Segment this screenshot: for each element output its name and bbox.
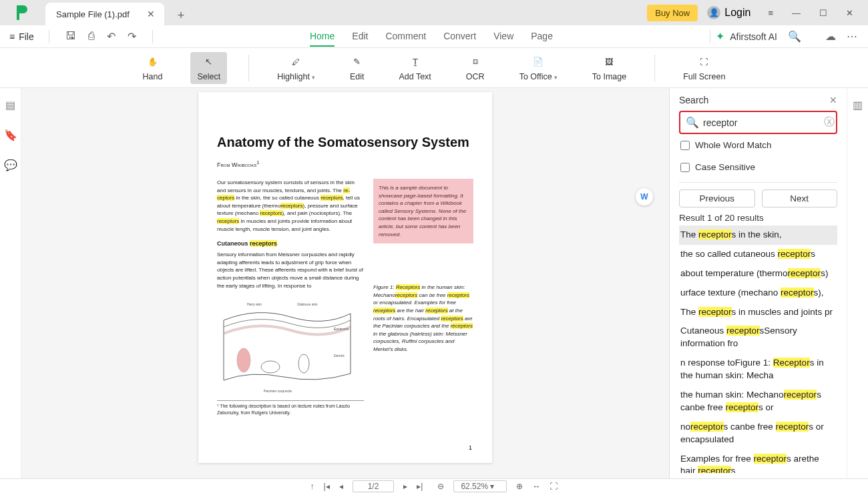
page-number: 1 xyxy=(469,444,472,451)
close-tab-icon[interactable]: ✕ xyxy=(147,9,155,19)
whole-word-input[interactable] xyxy=(680,141,690,150)
redo-icon[interactable]: ↷ xyxy=(128,30,136,43)
case-sensitive-label: Case Sensitive xyxy=(695,162,755,172)
search-nav-buttons: Previous Next xyxy=(679,189,837,207)
tab-convert[interactable]: Convert xyxy=(443,27,476,47)
cloud-icon[interactable]: ☁ xyxy=(825,30,836,43)
to-image-tool[interactable]: 🖼 To Image xyxy=(586,52,633,84)
search-icon[interactable]: 🔍 xyxy=(783,30,807,43)
login-button[interactable]: 👤 Login xyxy=(700,3,757,22)
scroll-up-icon[interactable]: ↑ xyxy=(310,482,314,491)
main-area: ▤ 🔖 💬 W Anatomy of the Somatosensory Sys… xyxy=(0,88,868,478)
search-result-item[interactable]: Examples for free receptors arethe hair … xyxy=(679,450,837,473)
fit-width-icon[interactable]: ↔ xyxy=(532,482,540,491)
edit-tool[interactable]: ✎ Edit xyxy=(343,52,371,84)
save-icon[interactable]: 🖫 xyxy=(65,30,76,43)
search-result-item[interactable]: noreceptors canbe free receptors or enca… xyxy=(679,418,837,450)
search-input[interactable] xyxy=(703,117,820,128)
tool-label: Highlight▾ xyxy=(277,72,315,81)
search-panel: Search ✕ 🔍 ⓧ Whole Word Match Case Sensi… xyxy=(669,88,847,478)
fit-page-icon[interactable]: ⛶ xyxy=(550,482,558,491)
whole-word-label: Whole Word Match xyxy=(695,140,772,150)
ai-area: ✦ Afirstsoft AI 🔍 xyxy=(716,30,815,43)
tool-label: Full Screen xyxy=(683,72,725,81)
full-screen-tool[interactable]: ⛶ Full Screen xyxy=(676,52,732,84)
login-label: Login xyxy=(724,7,750,19)
comments-icon[interactable]: 💬 xyxy=(4,159,17,171)
search-result-item[interactable]: Cutaneous receptorsSensory information f… xyxy=(679,322,837,354)
divider xyxy=(710,30,710,43)
search-result-item[interactable]: The receptors in muscles and joints pr xyxy=(679,303,837,322)
ai-button[interactable]: Afirstsoft AI xyxy=(730,31,777,42)
document-viewport[interactable]: W Anatomy of the Somatosensory System Fr… xyxy=(21,88,669,478)
tab-edit[interactable]: Edit xyxy=(352,27,368,47)
tool-label: To Image xyxy=(592,72,626,81)
to-office-tool[interactable]: 📄 To Office▾ xyxy=(513,52,564,84)
tool-label: To Office▾ xyxy=(519,72,558,81)
page-indicator[interactable]: 1/2 xyxy=(353,480,395,492)
case-sensitive-checkbox[interactable]: Case Sensitive xyxy=(679,156,837,178)
tab-home[interactable]: Home xyxy=(310,27,335,47)
search-result-item[interactable]: the human skin: Mechanoreceptors canbe f… xyxy=(679,386,837,418)
ai-sparkle-icon: ✦ xyxy=(716,30,724,43)
minimize-icon[interactable]: — xyxy=(784,4,809,22)
paragraph: Our somatosensory system consists of sen… xyxy=(217,179,364,233)
zoom-value[interactable]: 62.52% ▾ xyxy=(453,480,507,492)
search-result-item[interactable]: the so called cutaneous receptors xyxy=(679,245,837,264)
ocr-tool[interactable]: ⧈ OCR xyxy=(459,52,491,84)
fullscreen-icon: ⛶ xyxy=(700,55,708,69)
more-icon[interactable]: ⋯ xyxy=(847,30,857,43)
tab-view[interactable]: View xyxy=(493,27,513,47)
last-page-icon[interactable]: ▸| xyxy=(417,482,423,491)
whole-word-checkbox[interactable]: Whole Word Match xyxy=(679,134,837,156)
clear-search-icon[interactable]: ⓧ xyxy=(824,115,835,129)
search-results-list[interactable]: The receptors in the skin, the so called… xyxy=(679,225,837,473)
menubar: ≡ File 🖫 ⎙ ↶ ↷ Home Edit Comment Convert… xyxy=(0,25,868,48)
close-search-icon[interactable]: ✕ xyxy=(829,95,837,105)
first-page-icon[interactable]: |◂ xyxy=(324,482,330,491)
next-page-icon[interactable]: ▸ xyxy=(403,482,407,491)
page-right-column: This is a sample document to showcase pa… xyxy=(373,179,473,416)
highlight-tool[interactable]: 🖊 Highlight▾ xyxy=(270,52,322,84)
footnote: ¹ The following description is based on … xyxy=(217,400,364,416)
search-result-item[interactable]: urface texture (mechano receptors), xyxy=(679,284,837,303)
search-result-item[interactable]: The receptors in the skin, xyxy=(679,225,837,245)
to-image-icon: 🖼 xyxy=(605,55,614,69)
search-input-wrapper: 🔍 ⓧ xyxy=(679,111,837,134)
search-result-item[interactable]: n response toFigure 1: Receptors in the … xyxy=(679,354,837,386)
thumbnails-icon[interactable]: ▤ xyxy=(5,99,15,111)
document-tab[interactable]: Sample File (1).pdf ✕ xyxy=(45,3,164,25)
select-tool[interactable]: ↖ Select xyxy=(190,52,227,84)
add-text-tool[interactable]: Ṯ Add Text xyxy=(392,52,437,84)
tab-comment[interactable]: Comment xyxy=(385,27,426,47)
to-office-icon: 📄 xyxy=(533,55,544,69)
case-sensitive-input[interactable] xyxy=(680,163,690,172)
buy-now-button[interactable]: Buy Now xyxy=(647,5,698,21)
divider xyxy=(248,55,249,81)
zoom-out-icon[interactable]: ⊖ xyxy=(437,482,444,491)
new-tab-button[interactable]: + xyxy=(172,6,190,25)
bookmark-icon[interactable]: 🔖 xyxy=(4,129,17,141)
panel-icon[interactable]: ▥ xyxy=(853,99,863,111)
close-window-icon[interactable]: ✕ xyxy=(838,4,861,22)
hand-tool[interactable]: ✋ Hand xyxy=(136,52,170,84)
ocr-icon: ⧈ xyxy=(473,55,478,69)
svg-point-0 xyxy=(237,348,250,372)
file-menu-button[interactable]: ≡ File xyxy=(0,31,43,42)
tab-page[interactable]: Page xyxy=(531,27,553,47)
undo-icon[interactable]: ↶ xyxy=(107,30,116,43)
menu-icon[interactable]: ≡ xyxy=(760,4,781,22)
highlighter-icon: 🖊 xyxy=(292,55,300,69)
print-icon[interactable]: ⎙ xyxy=(88,30,95,43)
next-button[interactable]: Next xyxy=(762,189,838,207)
previous-button[interactable]: Previous xyxy=(679,189,755,207)
word-export-badge[interactable]: W xyxy=(636,188,653,205)
search-result-item[interactable]: about temperature (thermoreceptors) xyxy=(679,264,837,284)
svg-text:Epidermis: Epidermis xyxy=(334,327,349,331)
search-panel-title: Search xyxy=(679,95,708,105)
cursor-icon: ↖ xyxy=(205,55,212,69)
zoom-in-icon[interactable]: ⊕ xyxy=(516,482,523,491)
prev-page-icon[interactable]: ◂ xyxy=(339,482,343,491)
maximize-icon[interactable]: ☐ xyxy=(811,4,835,22)
tool-label: Hand xyxy=(143,72,163,81)
